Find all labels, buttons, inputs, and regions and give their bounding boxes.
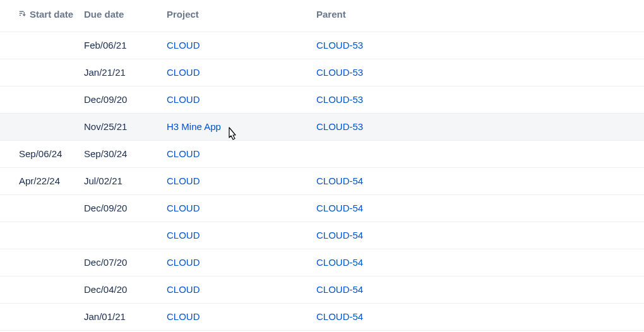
project-link[interactable]: H3 Mine App: [167, 121, 221, 132]
cell-due-date[interactable]: Dec/09/20: [84, 86, 167, 113]
parent-link[interactable]: CLOUD-53: [316, 121, 363, 132]
table-row[interactable]: Feb/06/21CLOUDCLOUD-53: [0, 32, 644, 59]
table-row[interactable]: Sep/06/24Sep/30/24CLOUD: [0, 140, 644, 167]
cell-due-date[interactable]: Jan/21/21: [84, 59, 167, 86]
cell-parent: [316, 140, 644, 167]
project-link[interactable]: CLOUD: [167, 67, 200, 78]
cell-start-date[interactable]: Sep/06/24: [0, 140, 84, 167]
cell-parent: CLOUD-53: [316, 113, 644, 140]
table-row[interactable]: Jan/01/21CLOUDCLOUD-54: [0, 303, 644, 330]
parent-link[interactable]: CLOUD-53: [316, 94, 363, 105]
parent-link[interactable]: CLOUD-54: [316, 230, 363, 240]
table-header-row: Start date Due date Project Parent: [0, 0, 644, 32]
cell-project: CLOUD: [167, 249, 316, 276]
table-body: Feb/06/21CLOUDCLOUD-53Jan/21/21CLOUDCLOU…: [0, 32, 644, 330]
table-row[interactable]: Dec/09/20CLOUDCLOUD-53: [0, 86, 644, 113]
cell-project: H3 Mine App: [167, 113, 316, 140]
cell-project: CLOUD: [167, 86, 316, 113]
cell-parent: CLOUD-54: [316, 303, 644, 330]
project-link[interactable]: CLOUD: [167, 203, 200, 213]
cell-parent: CLOUD-54: [316, 222, 644, 249]
table-row[interactable]: Apr/22/24Jul/02/21CLOUDCLOUD-54: [0, 167, 644, 194]
cell-parent: CLOUD-54: [316, 167, 644, 194]
table-row[interactable]: Jan/21/21CLOUDCLOUD-53: [0, 59, 644, 86]
project-link[interactable]: CLOUD: [167, 284, 200, 295]
cell-project: CLOUD: [167, 140, 316, 167]
project-link[interactable]: CLOUD: [167, 40, 200, 50]
project-link[interactable]: CLOUD: [167, 230, 200, 240]
table-row[interactable]: CLOUDCLOUD-54: [0, 222, 644, 249]
project-link[interactable]: CLOUD: [167, 257, 200, 268]
cell-project: CLOUD: [167, 194, 316, 222]
table-row[interactable]: Nov/25/21H3 Mine AppCLOUD-53: [0, 113, 644, 140]
cell-parent: CLOUD-53: [316, 86, 644, 113]
data-table: Start date Due date Project Parent Feb/0…: [0, 0, 644, 331]
table-row[interactable]: Dec/04/20CLOUDCLOUD-54: [0, 276, 644, 303]
cell-start-date[interactable]: [0, 222, 84, 249]
parent-link[interactable]: CLOUD-53: [316, 67, 363, 78]
svg-rect-0: [20, 11, 24, 13]
svg-rect-1: [20, 13, 23, 15]
parent-link[interactable]: CLOUD-54: [316, 284, 363, 295]
cell-start-date[interactable]: [0, 59, 84, 86]
header-parent-label: Parent: [316, 9, 346, 20]
header-parent[interactable]: Parent: [316, 0, 644, 32]
cell-parent: CLOUD-54: [316, 249, 644, 276]
cell-parent: CLOUD-54: [316, 276, 644, 303]
parent-link[interactable]: CLOUD-54: [316, 203, 363, 213]
cell-project: CLOUD: [167, 222, 316, 249]
cell-due-date[interactable]: Feb/06/21: [84, 32, 167, 59]
parent-link[interactable]: CLOUD-54: [316, 311, 363, 322]
cell-project: CLOUD: [167, 32, 316, 59]
cell-due-date[interactable]: Dec/04/20: [84, 276, 167, 303]
cell-due-date[interactable]: Nov/25/21: [84, 113, 167, 140]
cell-start-date[interactable]: [0, 113, 84, 140]
cell-due-date[interactable]: Dec/07/20: [84, 249, 167, 276]
cell-start-date[interactable]: [0, 32, 84, 59]
project-link[interactable]: CLOUD: [167, 94, 200, 105]
header-due-date[interactable]: Due date: [84, 0, 167, 32]
cell-start-date[interactable]: [0, 249, 84, 276]
table-row[interactable]: Dec/09/20CLOUDCLOUD-54: [0, 194, 644, 222]
cell-due-date[interactable]: Jul/02/21: [84, 167, 167, 194]
header-project[interactable]: Project: [167, 0, 316, 32]
cell-project: CLOUD: [167, 276, 316, 303]
cell-parent: CLOUD-53: [316, 32, 644, 59]
sort-icon: [19, 9, 27, 20]
cell-due-date[interactable]: Sep/30/24: [84, 140, 167, 167]
cell-parent: CLOUD-53: [316, 59, 644, 86]
header-start-date-label: Start date: [30, 9, 73, 20]
header-project-label: Project: [167, 9, 199, 20]
project-link[interactable]: CLOUD: [167, 175, 200, 186]
cell-parent: CLOUD-54: [316, 194, 644, 222]
svg-rect-2: [20, 15, 21, 16]
cell-start-date[interactable]: [0, 194, 84, 222]
parent-link[interactable]: CLOUD-53: [316, 40, 363, 50]
header-start-date[interactable]: Start date: [0, 0, 84, 32]
cell-start-date[interactable]: [0, 86, 84, 113]
project-link[interactable]: CLOUD: [167, 311, 200, 322]
cell-project: CLOUD: [167, 59, 316, 86]
cell-project: CLOUD: [167, 303, 316, 330]
cell-start-date[interactable]: [0, 276, 84, 303]
table-row[interactable]: Dec/07/20CLOUDCLOUD-54: [0, 249, 644, 276]
cell-project: CLOUD: [167, 167, 316, 194]
cell-start-date[interactable]: [0, 303, 84, 330]
cell-start-date[interactable]: Apr/22/24: [0, 167, 84, 194]
parent-link[interactable]: CLOUD-54: [316, 175, 363, 186]
cell-due-date[interactable]: Jan/01/21: [84, 303, 167, 330]
cell-due-date[interactable]: [84, 222, 167, 249]
parent-link[interactable]: CLOUD-54: [316, 257, 363, 268]
header-due-date-label: Due date: [84, 9, 124, 20]
cell-due-date[interactable]: Dec/09/20: [84, 194, 167, 222]
project-link[interactable]: CLOUD: [167, 148, 200, 159]
